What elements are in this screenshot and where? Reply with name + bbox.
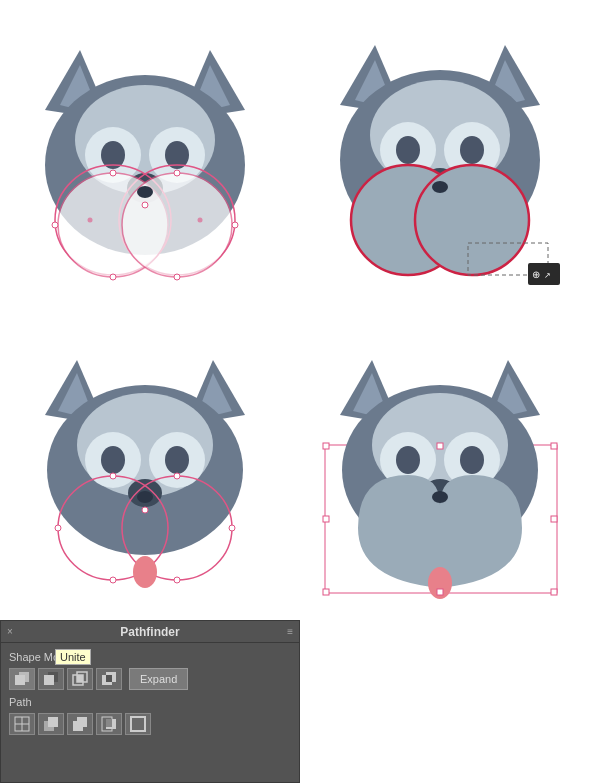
- shape-modes-row: Expand: [9, 668, 291, 690]
- fox-tr-svg: ⊕ ↗: [320, 25, 560, 295]
- svg-point-19: [174, 274, 180, 280]
- trim-icon: [42, 715, 60, 733]
- svg-rect-81: [551, 443, 557, 449]
- svg-point-17: [174, 170, 180, 176]
- merge-btn[interactable]: [67, 713, 93, 735]
- svg-text:⊕: ⊕: [532, 269, 540, 280]
- svg-rect-94: [77, 675, 83, 682]
- crop-btn[interactable]: [96, 713, 122, 735]
- path-finders-row: Path: [9, 696, 291, 708]
- unite-icon: [13, 670, 31, 688]
- svg-point-51: [101, 446, 125, 474]
- svg-point-23: [88, 218, 93, 223]
- svg-rect-82: [323, 516, 329, 522]
- svg-text:↗: ↗: [544, 271, 551, 280]
- svg-point-24: [198, 218, 203, 223]
- svg-point-15: [137, 186, 153, 198]
- svg-point-64: [174, 577, 180, 583]
- merge-icon: [71, 715, 89, 733]
- fox-top-right: ⊕ ↗: [300, 10, 580, 310]
- fox-br-svg: [320, 345, 560, 605]
- panel-menu-icon[interactable]: ≡: [287, 626, 293, 637]
- svg-rect-84: [323, 589, 329, 595]
- svg-point-22: [142, 202, 148, 208]
- svg-point-74: [396, 446, 420, 474]
- svg-point-62: [229, 525, 235, 531]
- svg-rect-97: [106, 675, 112, 682]
- svg-rect-107: [106, 719, 112, 727]
- svg-point-59: [174, 473, 180, 479]
- minus-front-btn[interactable]: [38, 668, 64, 690]
- outline-btn[interactable]: [125, 713, 151, 735]
- svg-rect-80: [437, 443, 443, 449]
- divide-btn[interactable]: [9, 713, 35, 735]
- canvas-area: ⊕ ↗: [0, 0, 600, 620]
- svg-rect-88: [19, 672, 29, 682]
- minus-front-icon: [42, 670, 60, 688]
- fox-top-left: [10, 10, 280, 310]
- expand-button[interactable]: Expand: [129, 668, 188, 690]
- svg-point-34: [460, 136, 484, 164]
- panel-close-icon[interactable]: ×: [7, 626, 13, 637]
- svg-point-60: [142, 507, 148, 513]
- svg-point-37: [415, 165, 529, 275]
- svg-rect-104: [77, 717, 87, 727]
- panel-body: Shape Modes:: [1, 643, 299, 743]
- svg-point-63: [110, 577, 116, 583]
- fox-bottom-right: [300, 340, 580, 610]
- svg-rect-108: [131, 717, 145, 731]
- svg-rect-102: [48, 717, 58, 727]
- svg-point-52: [165, 446, 189, 474]
- intersect-btn[interactable]: [67, 668, 93, 690]
- svg-point-77: [432, 491, 448, 503]
- svg-point-38: [432, 181, 448, 193]
- shape-modes-label: Shape Modes:: [9, 651, 291, 663]
- svg-point-33: [396, 136, 420, 164]
- exclude-icon: [100, 670, 118, 688]
- fox-bottom-left: [10, 340, 280, 610]
- exclude-btn[interactable]: [96, 668, 122, 690]
- svg-point-57: [133, 556, 157, 588]
- pathfinders-buttons-row: [9, 713, 291, 735]
- svg-rect-86: [551, 589, 557, 595]
- crop-icon: [100, 715, 118, 733]
- outline-icon: [129, 715, 147, 733]
- fox-tl-svg: [25, 30, 265, 290]
- pathfinder-panel: × Pathfinder ≡ Shape Modes:: [0, 620, 300, 783]
- svg-point-58: [110, 473, 116, 479]
- svg-point-20: [52, 222, 58, 228]
- svg-point-21: [232, 222, 238, 228]
- unite-mode-btn[interactable]: [9, 668, 35, 690]
- svg-rect-91: [48, 675, 54, 682]
- svg-rect-83: [551, 516, 557, 522]
- intersect-icon: [71, 670, 89, 688]
- panel-header: × Pathfinder ≡: [1, 621, 299, 643]
- panel-title: Pathfinder: [120, 625, 179, 639]
- trim-btn[interactable]: [38, 713, 64, 735]
- svg-point-18: [110, 274, 116, 280]
- svg-point-56: [137, 491, 153, 503]
- svg-point-16: [110, 170, 116, 176]
- svg-point-75: [460, 446, 484, 474]
- path-finders-label: Path: [9, 696, 32, 708]
- svg-rect-79: [323, 443, 329, 449]
- fox-bl-svg: [25, 345, 265, 605]
- divide-icon: [13, 715, 31, 733]
- svg-rect-85: [437, 589, 443, 595]
- svg-point-61: [55, 525, 61, 531]
